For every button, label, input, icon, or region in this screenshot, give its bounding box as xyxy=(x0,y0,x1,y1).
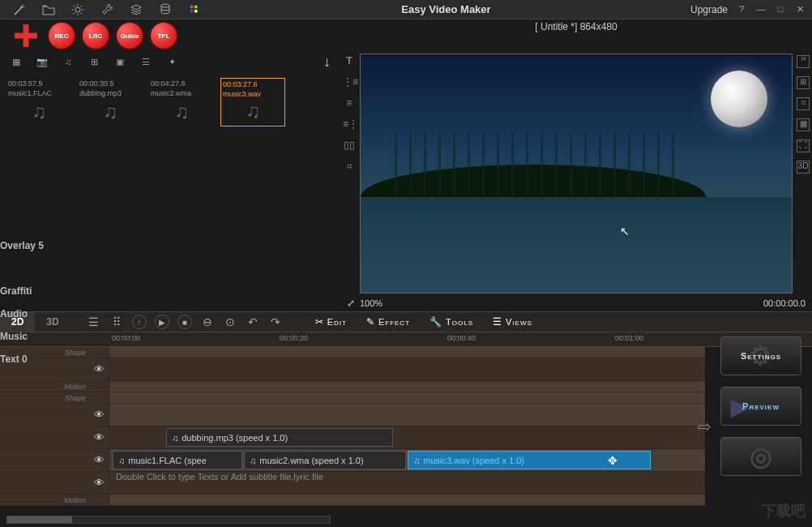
guide-button[interactable]: Guide xyxy=(117,23,143,49)
svg-rect-4 xyxy=(190,10,194,13)
track-content[interactable] xyxy=(109,358,705,380)
clip-label: music1.FLAC (spee xyxy=(128,456,207,465)
views-menu[interactable]: ☰Views xyxy=(493,316,532,328)
preview-button[interactable]: ▶ Preview xyxy=(720,387,801,426)
grid-tool-icon[interactable]: ⌗ xyxy=(343,161,356,174)
lrc-button[interactable]: LRC xyxy=(83,23,109,49)
bottom-align-icon[interactable]: ⠶ xyxy=(797,97,810,110)
scrollbar-thumb[interactable] xyxy=(7,516,72,523)
align-left-icon[interactable]: ⋮≡ xyxy=(343,76,356,89)
export-button[interactable]: ◎ xyxy=(720,437,801,476)
visibility-toggle[interactable]: 👁 xyxy=(89,363,109,375)
media-name: music1.FLAC xyxy=(8,89,52,97)
aspect-icon[interactable]: ⛶ xyxy=(797,139,810,152)
plugin-icon[interactable]: ✦ xyxy=(165,55,178,68)
horizontal-scrollbar[interactable] xyxy=(6,516,331,524)
wrench-icon: 🔧 xyxy=(430,316,442,328)
visibility-toggle[interactable]: 👁 xyxy=(89,431,109,443)
track-content[interactable] xyxy=(109,404,705,426)
help-button[interactable]: ? xyxy=(736,4,747,15)
top-align-icon[interactable]: ⠛ xyxy=(797,55,810,68)
columns-icon[interactable]: ▯▯ xyxy=(343,139,356,152)
grid-icon[interactable]: ⊞ xyxy=(88,55,100,68)
track-content[interactable]: ♫ dubbing.mp3 (speed x 1.0) xyxy=(109,426,705,448)
tpl-button[interactable]: TPL xyxy=(151,23,177,49)
ruler-mark: 00:00:20 xyxy=(280,334,308,342)
snap-icon[interactable]: ▦ xyxy=(797,118,810,131)
zoom-fit-icon[interactable]: ⊙ xyxy=(223,315,237,329)
cursor-icon: ↖ xyxy=(620,225,630,238)
zoom-out-icon[interactable]: ⊖ xyxy=(200,315,215,329)
align-right-icon[interactable]: ≡⋮ xyxy=(343,118,356,131)
music-clip-2[interactable]: ♫ music2.wma (speed x 1.0) xyxy=(244,451,406,469)
fullscreen-icon[interactable]: ⤢ xyxy=(347,298,355,309)
middle-align-icon[interactable]: ⊞ xyxy=(797,76,810,89)
note-icon: ♫ xyxy=(103,101,118,123)
download-icon[interactable]: ↓ xyxy=(323,54,331,71)
music-clip-3[interactable]: ♫ music3.wav (speed x 1.0) ✥ xyxy=(408,451,651,469)
timeline-ruler[interactable]: 00:00:00 00:00:20 00:00:40 00:01:00 xyxy=(0,332,812,347)
effect-menu[interactable]: ✎Effect xyxy=(366,316,410,328)
timeline-toolbar: 2D 3D ☰ ⠿ ↑ ▶ ■ ⊖ ⊙ ↶ ↷ ✂Edit ✎Effect 🔧T… xyxy=(0,311,812,332)
preview-panel: T ⋮≡ ≡ ≡⋮ ▯▯ ⌗ ↖ ⠛ ⊞ ⠶ ▦ ⛶ 3D xyxy=(340,52,812,311)
app-title: Easy Video Maker xyxy=(202,3,690,15)
colors-icon[interactable] xyxy=(187,2,202,17)
close-button[interactable]: ✕ xyxy=(794,4,806,15)
list-icon[interactable]: ☰ xyxy=(139,55,152,68)
stop-icon[interactable]: ■ xyxy=(177,315,192,329)
track-content-text[interactable]: Double Click to type Texts or Add subtit… xyxy=(109,472,705,494)
text-placeholder: Double Click to type Texts or Add subtit… xyxy=(109,472,323,482)
visibility-toggle[interactable]: 👁 xyxy=(89,454,109,466)
image-icon[interactable]: ▣ xyxy=(113,55,126,68)
wand-icon[interactable] xyxy=(12,2,27,17)
visibility-toggle[interactable]: 👁 xyxy=(89,409,109,421)
align-center-icon[interactable]: ≡ xyxy=(343,97,356,110)
text-tool-icon[interactable]: T xyxy=(343,55,356,68)
media-item[interactable]: 00:03:27.6 music3.wav ♫ xyxy=(220,78,285,126)
play-icon[interactable]: ▶ xyxy=(155,315,169,329)
preview-viewport[interactable]: ↖ xyxy=(360,54,793,293)
layers-icon[interactable] xyxy=(129,2,143,17)
up-arrow-icon[interactable]: ↑ xyxy=(132,315,147,329)
edit-menu[interactable]: ✂Edit xyxy=(315,316,347,328)
music-clip-1[interactable]: ♫ music1.FLAC (spee xyxy=(113,451,242,469)
rec-button[interactable]: REC xyxy=(49,23,75,49)
undo-icon[interactable]: ↶ xyxy=(246,315,260,329)
clip-label: music2.wma (speed x 1.0) xyxy=(259,456,363,465)
note-icon: ♫ xyxy=(174,101,189,123)
settings-button[interactable]: ⚙ Settings xyxy=(720,336,801,375)
arrow-right-icon[interactable]: ⇨ xyxy=(698,417,712,436)
media-item[interactable]: 00:03:57.5 music1.FLAC ♫ xyxy=(6,78,71,126)
media-item[interactable]: 00:04:27.8 music2.wma ♫ xyxy=(149,78,214,126)
note-icon: ♫ xyxy=(250,456,256,465)
music-icon[interactable]: ♫ xyxy=(62,55,75,68)
media-name: music3.wav xyxy=(223,90,261,98)
3d-icon[interactable]: 3D xyxy=(797,161,810,174)
track-content[interactable]: ♫ music1.FLAC (spee ♫ music2.wma (speed … xyxy=(109,449,705,471)
svg-rect-5 xyxy=(194,10,198,13)
minimize-button[interactable]: — xyxy=(755,4,767,15)
wrench-icon[interactable] xyxy=(100,2,114,17)
move-cursor-icon: ✥ xyxy=(608,454,618,467)
database-icon[interactable] xyxy=(158,2,173,17)
maximize-button[interactable]: □ xyxy=(775,4,786,15)
gear-icon[interactable] xyxy=(71,2,85,17)
redo-icon[interactable]: ↷ xyxy=(268,315,283,329)
media-time: 00:03:57.5 xyxy=(8,79,43,88)
add-button[interactable] xyxy=(11,21,41,50)
camera-icon[interactable]: 📷 xyxy=(36,55,49,68)
upgrade-link[interactable]: Upgrade xyxy=(690,4,728,15)
media-time: 00:03:27.6 xyxy=(223,80,258,88)
visibility-toggle[interactable]: 👁 xyxy=(89,477,109,489)
folder-icon[interactable] xyxy=(41,2,56,17)
tools-menu[interactable]: 🔧Tools xyxy=(430,316,473,328)
audio-clip[interactable]: ♫ dubbing.mp3 (speed x 1.0) xyxy=(166,428,393,447)
film-icon[interactable]: ▦ xyxy=(10,55,23,68)
clip-label: dubbing.mp3 (speed x 1.0) xyxy=(182,433,288,443)
grid-view-icon[interactable]: ⠿ xyxy=(109,315,124,329)
media-item[interactable]: 00:00:30.5 dubbing.mp3 ♫ xyxy=(78,78,143,126)
project-info: [ Untitle *] 864x480 xyxy=(340,19,812,34)
reel-icon: ◎ xyxy=(750,441,773,472)
timecode: 00:00:00.0 xyxy=(763,298,806,308)
media-name: dubbing.mp3 xyxy=(79,89,122,97)
